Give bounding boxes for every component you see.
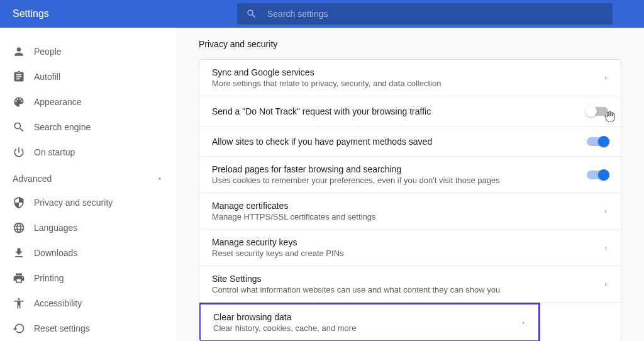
search-icon: [246, 8, 257, 20]
setting-text: Manage security keys Reset security keys…: [212, 237, 593, 258]
toggle-switch[interactable]: [587, 107, 608, 116]
chevron-right-icon: [603, 281, 608, 288]
sidebar-item-label: Autofill: [34, 72, 60, 82]
setting-desc: Control what information websites can us…: [212, 285, 593, 294]
chevron-up-icon: [156, 175, 164, 182]
setting-row-allow-sites-to-check-if-you-have-payment-methods-saved[interactable]: Allow sites to check if you have payment…: [199, 126, 621, 157]
setting-title: Clear browsing data: [213, 312, 511, 322]
setting-title: Sync and Google services: [212, 67, 593, 77]
chevron-right-icon: [603, 74, 608, 82]
sidebar-item-label: People: [34, 47, 62, 57]
setting-title: Send a "Do Not Track" request with your …: [212, 106, 577, 116]
setting-text: Clear browsing data Clear history, cooki…: [213, 312, 511, 333]
sidebar-item-label: Appearance: [34, 97, 82, 107]
setting-title: Allow sites to check if you have payment…: [212, 137, 577, 147]
chevron-right-icon: [603, 208, 608, 215]
sidebar-item-label: Accessibility: [34, 298, 82, 308]
power-icon: [13, 146, 34, 159]
setting-row-send-a-do-not-track-request-with-your-browsing-traffic[interactable]: Send a "Do Not Track" request with your …: [199, 96, 621, 126]
sidebar-item-label: On startup: [34, 147, 75, 157]
setting-text: Allow sites to check if you have payment…: [212, 137, 577, 147]
sidebar-item-privacy-and-security[interactable]: Privacy and security: [0, 190, 176, 215]
setting-desc: More settings that relate to privacy, se…: [212, 79, 593, 88]
setting-title: Manage certificates: [212, 201, 593, 211]
palette-icon: [13, 96, 34, 108]
setting-desc: Manage HTTPS/SSL certificates and settin…: [212, 212, 593, 221]
sidebar-item-label: Reset settings: [34, 323, 90, 333]
download-icon: [13, 247, 34, 259]
setting-row-manage-certificates[interactable]: Manage certificates Manage HTTPS/SSL cer…: [199, 193, 621, 230]
person-icon: [13, 45, 34, 58]
setting-row-clear-browsing-data[interactable]: Clear browsing data Clear history, cooki…: [199, 303, 540, 341]
setting-text: Manage certificates Manage HTTPS/SSL cer…: [212, 201, 593, 221]
sidebar-item-people[interactable]: People: [0, 39, 176, 64]
setting-row-site-settings[interactable]: Site Settings Control what information w…: [199, 266, 621, 303]
sidebar-item-label: Printing: [34, 273, 64, 283]
setting-row-preload-pages-for-faster-browsing-and-searching[interactable]: Preload pages for faster browsing and se…: [199, 157, 621, 193]
advanced-toggle[interactable]: Advanced: [0, 165, 176, 190]
sidebar-item-label: Search engine: [34, 122, 91, 132]
section-title: Privacy and security: [199, 39, 621, 49]
setting-title: Preload pages for faster browsing and se…: [212, 164, 577, 174]
main-content: Privacy and security Sync and Google ser…: [176, 28, 644, 341]
chevron-right-icon: [521, 319, 526, 327]
setting-row-manage-security-keys[interactable]: Manage security keys Reset security keys…: [199, 230, 621, 266]
globe-icon: [13, 221, 34, 234]
sidebar-item-accessibility[interactable]: Accessibility: [0, 291, 176, 316]
toggle-switch[interactable]: [587, 170, 608, 179]
sidebar: People Autofill Appearance Search engine…: [0, 28, 176, 341]
reset-icon: [13, 322, 34, 335]
advanced-label: Advanced: [13, 174, 52, 184]
setting-title: Site Settings: [212, 274, 593, 284]
search-icon: [13, 121, 34, 133]
toggle-switch[interactable]: [587, 137, 608, 146]
sidebar-item-on-startup[interactable]: On startup: [0, 140, 176, 165]
sidebar-item-reset-settings[interactable]: Reset settings: [0, 316, 176, 341]
sidebar-item-appearance[interactable]: Appearance: [0, 89, 176, 115]
setting-text: Sync and Google services More settings t…: [212, 67, 593, 88]
print-icon: [13, 272, 34, 284]
setting-text: Preload pages for faster browsing and se…: [212, 164, 577, 185]
setting-title: Manage security keys: [212, 237, 593, 247]
accessibility-icon: [13, 297, 34, 310]
search-box[interactable]: [237, 3, 613, 25]
sidebar-item-label: Downloads: [34, 248, 77, 258]
sidebar-item-autofill[interactable]: Autofill: [0, 64, 176, 89]
chevron-right-icon: [603, 244, 608, 252]
settings-card: Sync and Google services More settings t…: [199, 59, 621, 341]
sidebar-item-label: Privacy and security: [34, 198, 113, 208]
shield-icon: [13, 196, 34, 209]
setting-row-sync-and-google-services[interactable]: Sync and Google services More settings t…: [199, 60, 621, 96]
sidebar-item-printing[interactable]: Printing: [0, 266, 176, 291]
clipboard-icon: [13, 70, 34, 83]
setting-desc: Reset security keys and create PINs: [212, 249, 593, 258]
search-input[interactable]: [267, 9, 604, 19]
setting-text: Site Settings Control what information w…: [212, 274, 593, 294]
sidebar-item-languages[interactable]: Languages: [0, 215, 176, 240]
app-title: Settings: [13, 8, 237, 20]
setting-text: Send a "Do Not Track" request with your …: [212, 106, 577, 116]
setting-desc: Clear history, cookies, cache, and more: [213, 323, 511, 333]
app-header: Settings: [0, 0, 644, 28]
sidebar-item-downloads[interactable]: Downloads: [0, 240, 176, 266]
setting-desc: Uses cookies to remember your preference…: [212, 176, 577, 185]
sidebar-item-label: Languages: [34, 223, 77, 233]
sidebar-item-search-engine[interactable]: Search engine: [0, 115, 176, 140]
